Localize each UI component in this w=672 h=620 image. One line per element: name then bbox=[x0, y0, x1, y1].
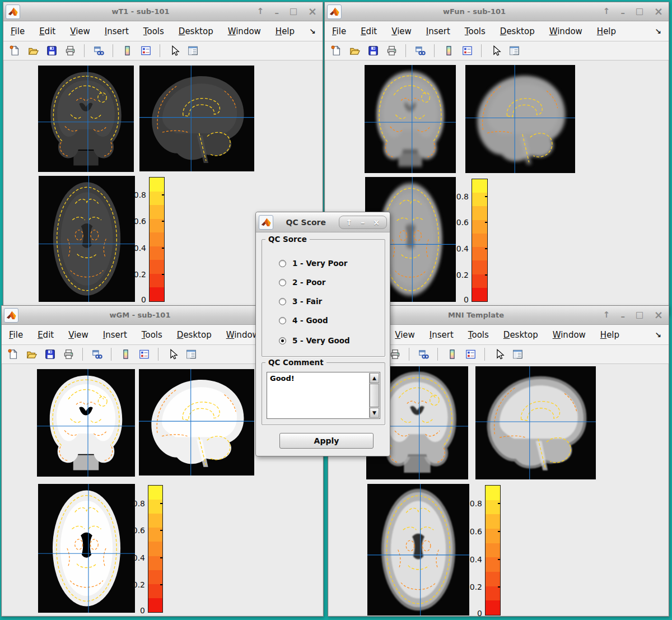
menu-tools[interactable]: Tools bbox=[468, 330, 489, 340]
menu-overflow-icon[interactable]: ↘ bbox=[655, 330, 661, 339]
menu-insert[interactable]: Insert bbox=[430, 330, 454, 340]
scrollbar-thumb[interactable] bbox=[370, 384, 379, 407]
radio-circle-icon[interactable] bbox=[279, 260, 286, 267]
insert-legend-icon[interactable] bbox=[139, 44, 152, 58]
menu-desktop[interactable]: Desktop bbox=[500, 26, 535, 36]
link-plot-icon[interactable] bbox=[413, 44, 427, 58]
menu-insert[interactable]: Insert bbox=[105, 26, 129, 36]
coronal-view-panel[interactable] bbox=[38, 66, 134, 172]
insert-legend-icon[interactable] bbox=[460, 44, 474, 58]
plot-browser-icon[interactable] bbox=[184, 348, 198, 361]
print-figure-icon[interactable] bbox=[62, 348, 75, 361]
scroll-up-icon[interactable]: ▲ bbox=[370, 373, 379, 383]
plot-browser-icon[interactable] bbox=[186, 44, 199, 58]
print-figure-icon[interactable] bbox=[63, 44, 77, 58]
menu-help[interactable]: Help bbox=[276, 26, 295, 36]
new-figure-icon[interactable] bbox=[8, 44, 21, 58]
scrollbar[interactable]: ▲ ▼ bbox=[369, 373, 379, 418]
radio-circle-icon[interactable] bbox=[279, 317, 286, 324]
menu-insert[interactable]: Insert bbox=[426, 26, 450, 36]
maximize-button[interactable]: □ bbox=[636, 311, 643, 319]
sagittal-view-panel[interactable] bbox=[139, 66, 254, 171]
menu-edit[interactable]: Edit bbox=[39, 26, 55, 36]
menu-file[interactable]: File bbox=[9, 330, 23, 340]
radio-circle-icon[interactable] bbox=[279, 298, 286, 305]
menu-desktop[interactable]: Desktop bbox=[503, 330, 538, 340]
link-plot-icon[interactable] bbox=[92, 44, 105, 58]
restore-button[interactable]: ↑ bbox=[603, 7, 610, 16]
menu-desktop[interactable]: Desktop bbox=[179, 26, 213, 36]
insert-colorbar-icon[interactable] bbox=[445, 348, 459, 361]
menu-help[interactable]: Help bbox=[597, 26, 616, 36]
print-figure-icon[interactable] bbox=[385, 44, 398, 58]
edit-plot-cursor-icon[interactable] bbox=[492, 348, 506, 361]
apply-button[interactable]: Apply bbox=[279, 433, 374, 449]
edit-plot-cursor-icon[interactable] bbox=[166, 348, 179, 361]
insert-legend-icon[interactable] bbox=[464, 348, 477, 361]
axial-view-panel[interactable] bbox=[39, 176, 135, 302]
link-plot-icon[interactable] bbox=[90, 348, 104, 361]
axial-view-panel[interactable] bbox=[38, 484, 135, 613]
menu-window[interactable]: Window bbox=[228, 26, 261, 36]
radio-circle-icon[interactable] bbox=[279, 337, 286, 344]
new-figure-icon[interactable] bbox=[329, 44, 343, 58]
titlebar[interactable]: wT1 - sub-101 ↑ – □ × bbox=[3, 2, 323, 21]
close-button[interactable]: × bbox=[373, 218, 380, 226]
restore-button[interactable]: ↑ bbox=[346, 218, 353, 226]
insert-colorbar-icon[interactable] bbox=[442, 44, 455, 58]
menu-edit[interactable]: Edit bbox=[361, 26, 377, 36]
axial-view-panel[interactable] bbox=[367, 484, 469, 616]
open-file-icon[interactable] bbox=[26, 44, 40, 58]
radio-poor[interactable]: 2 - Poor bbox=[279, 278, 326, 287]
menu-view[interactable]: View bbox=[391, 26, 412, 36]
menu-overflow-icon[interactable]: ↘ bbox=[309, 27, 316, 36]
maximize-button[interactable]: □ bbox=[636, 7, 643, 16]
open-file-icon[interactable] bbox=[25, 348, 38, 361]
insert-legend-icon[interactable] bbox=[137, 348, 151, 361]
menu-tools[interactable]: Tools bbox=[465, 26, 486, 36]
radio-fair[interactable]: 3 - Fair bbox=[279, 297, 322, 306]
menu-view[interactable]: View bbox=[70, 26, 90, 36]
menu-insert[interactable]: Insert bbox=[103, 330, 127, 340]
radio-very-good[interactable]: 5 - Very Good bbox=[279, 336, 350, 345]
open-file-icon[interactable] bbox=[348, 44, 361, 58]
minimize-button[interactable]: – bbox=[361, 218, 365, 226]
close-button[interactable]: × bbox=[654, 310, 663, 320]
menu-view[interactable]: View bbox=[68, 330, 88, 340]
radio-very-poor[interactable]: 1 - Very Poor bbox=[279, 259, 348, 268]
coronal-view-panel[interactable] bbox=[365, 65, 456, 173]
insert-colorbar-icon[interactable] bbox=[119, 348, 132, 361]
scroll-down-icon[interactable]: ▼ bbox=[370, 408, 379, 418]
menu-edit[interactable]: Edit bbox=[38, 330, 54, 340]
save-figure-icon[interactable] bbox=[43, 348, 57, 361]
plot-browser-icon[interactable] bbox=[511, 348, 524, 361]
save-figure-icon[interactable] bbox=[366, 44, 380, 58]
minimize-button[interactable]: – bbox=[620, 9, 625, 17]
edit-plot-cursor-icon[interactable] bbox=[489, 44, 502, 58]
menu-window[interactable]: Window bbox=[226, 330, 259, 340]
link-plot-icon[interactable] bbox=[417, 348, 430, 361]
menu-overflow-icon[interactable]: ↘ bbox=[655, 27, 661, 36]
restore-button[interactable]: ↑ bbox=[603, 311, 610, 319]
maximize-button[interactable]: □ bbox=[290, 7, 297, 16]
sagittal-view-panel[interactable] bbox=[465, 65, 575, 173]
menu-view[interactable]: View bbox=[395, 330, 415, 340]
menu-window[interactable]: Window bbox=[549, 26, 582, 36]
sagittal-view-panel[interactable] bbox=[475, 366, 596, 479]
dialog-titlebar[interactable]: QC Score ↑ – × bbox=[256, 212, 390, 232]
minimize-button[interactable]: – bbox=[274, 9, 279, 17]
menu-file[interactable]: File bbox=[332, 26, 346, 36]
close-button[interactable]: × bbox=[308, 6, 317, 17]
restore-button[interactable]: ↑ bbox=[257, 7, 264, 16]
radio-circle-icon[interactable] bbox=[279, 279, 286, 286]
titlebar[interactable]: wFun - sub-101 ↑ – □ × bbox=[325, 2, 669, 21]
menu-tools[interactable]: Tools bbox=[143, 26, 164, 36]
minimize-button[interactable]: – bbox=[620, 313, 625, 321]
radio-good[interactable]: 4 - Good bbox=[279, 316, 328, 325]
plot-browser-icon[interactable] bbox=[507, 44, 521, 58]
save-figure-icon[interactable] bbox=[45, 44, 58, 58]
menu-file[interactable]: File bbox=[11, 26, 25, 36]
sagittal-view-panel[interactable] bbox=[139, 369, 254, 476]
close-button[interactable]: × bbox=[654, 6, 663, 17]
coronal-view-panel[interactable] bbox=[37, 369, 135, 477]
